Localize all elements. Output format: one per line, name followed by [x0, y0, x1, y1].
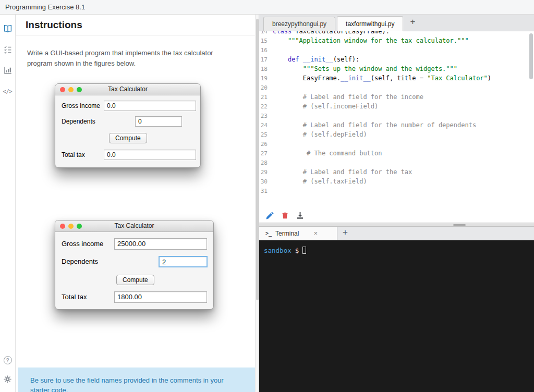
terminal-prompt-user: sandbox: [264, 247, 292, 254]
code-line: 17 def __init__(self):: [259, 55, 534, 64]
code-line: 21 # Label and field for the income: [259, 92, 534, 102]
gross-income-label: Gross income: [62, 101, 100, 111]
zoom-window-icon: [77, 224, 82, 229]
terminal[interactable]: sandbox$: [259, 240, 534, 392]
line-number: 26: [259, 140, 273, 149]
gross-income-field: 0.0: [104, 101, 196, 111]
total-tax-label: Total tax: [62, 150, 85, 160]
code-line: 18 """Sets up the window and the widgets…: [259, 64, 534, 74]
code-lines: 14class TaxCalculator(EasyFrame):15 """A…: [259, 31, 534, 195]
compute-button: Compute: [116, 275, 154, 285]
tab-taxformwithgui[interactable]: taxformwithgui.py: [337, 16, 403, 31]
edit-pencil-icon[interactable]: [266, 212, 274, 219]
line-number: 16: [259, 46, 273, 55]
code-line: 14class TaxCalculator(EasyFrame):: [259, 31, 534, 36]
code-line: 20: [259, 83, 534, 92]
new-terminal-button[interactable]: +: [337, 227, 353, 240]
note-callout: Be sure to use the field names provided …: [18, 368, 255, 392]
minimize-window-icon: [68, 224, 74, 229]
instructions-book-icon[interactable]: [0, 22, 16, 35]
line-number: 27: [259, 149, 273, 158]
dependents-field-focused: 2: [159, 256, 208, 267]
line-number: 30: [259, 177, 273, 187]
code-line: 15 """Application window for the tax cal…: [259, 36, 534, 45]
gross-income-label: Gross income: [62, 238, 103, 250]
minimize-window-icon: [68, 87, 74, 92]
line-number: 28: [259, 158, 273, 168]
code-line: 25 # (self.depField): [259, 130, 534, 139]
line-number: 23: [259, 112, 273, 121]
code-line: 31: [259, 186, 534, 195]
terminal-prompt-symbol: $: [295, 247, 299, 254]
exercise-title: Programming Exercise 8.1: [5, 3, 85, 11]
code-icon[interactable]: </>: [0, 84, 16, 98]
line-number: 31: [259, 187, 273, 196]
compute-button: Compute: [109, 133, 147, 143]
terminal-tab[interactable]: >_ Terminal ×: [259, 227, 337, 240]
resize-grip-icon[interactable]: [453, 224, 466, 226]
instructions-body-text: Write a GUI-based program that implement…: [27, 48, 228, 69]
code-line: 30 # (self.taxField): [259, 177, 534, 186]
tab-breezypythongui[interactable]: breezypythongui.py: [263, 17, 335, 31]
total-tax-label: Total tax: [62, 291, 87, 303]
instructions-scrollbar[interactable]: [255, 15, 259, 392]
terminal-prompt-icon: >_: [265, 230, 272, 236]
panel-resize-handle[interactable]: [259, 223, 534, 227]
code-line: 19 EasyFrame.__init__(self, title = "Tax…: [259, 74, 534, 83]
code-line: 29 # Label and field for the tax: [259, 167, 534, 177]
dependents-label: Dependents: [62, 116, 95, 127]
code-line: 28: [259, 158, 534, 167]
line-number: 24: [259, 121, 273, 130]
figure-tax-calculator-filled: Tax Calculator Gross income 25000.00 Dep…: [55, 220, 214, 310]
total-tax-field: 1800.00: [114, 291, 207, 303]
icon-rail: </> ?: [0, 15, 16, 392]
window-title-bar: Tax Calculator: [55, 84, 200, 95]
checklist-icon[interactable]: [0, 43, 16, 56]
code-line: 26: [259, 139, 534, 149]
instructions-heading: Instructions: [16, 15, 259, 35]
close-terminal-icon[interactable]: ×: [313, 229, 318, 237]
terminal-tab-label: Terminal: [275, 230, 299, 237]
editor-toolbar: [259, 209, 534, 223]
new-tab-button[interactable]: +: [405, 17, 420, 29]
dependents-field: 0: [135, 116, 182, 127]
line-number: 21: [259, 93, 273, 102]
code-line: 27 # The command button: [259, 149, 534, 158]
line-number: 25: [259, 130, 273, 140]
line-number: 17: [259, 55, 273, 65]
close-window-icon: [60, 224, 65, 229]
line-number: 18: [259, 65, 273, 74]
line-number: 20: [259, 83, 273, 93]
line-number: 19: [259, 74, 273, 83]
code-editor[interactable]: 14class TaxCalculator(EasyFrame):15 """A…: [259, 31, 534, 209]
editor-terminal-panel: breezypythongui.py taxformwithgui.py + 1…: [259, 15, 534, 392]
code-line: 24 # Label and field for the number of d…: [259, 120, 534, 130]
help-icon[interactable]: ?: [0, 353, 16, 367]
bar-chart-icon[interactable]: [0, 64, 16, 77]
exercise-header: Programming Exercise 8.1: [0, 0, 534, 15]
editor-tab-bar: breezypythongui.py taxformwithgui.py +: [259, 15, 534, 31]
line-number: 15: [259, 36, 273, 46]
code-line: 16: [259, 45, 534, 55]
figure-tax-calculator-initial: Tax Calculator Gross income 0.0 Dependen…: [55, 83, 201, 168]
terminal-tab-bar: >_ Terminal × +: [259, 227, 534, 240]
window-title-bar: Tax Calculator: [55, 220, 213, 232]
gross-income-field: 25000.00: [114, 238, 207, 250]
editor-scrollbar[interactable]: [529, 33, 533, 79]
tax-calculator-window: Tax Calculator Gross income 0.0 Dependen…: [55, 83, 201, 168]
code-line: 23: [259, 111, 534, 120]
terminal-cursor: [302, 247, 306, 254]
line-number: 29: [259, 168, 273, 177]
line-number: 22: [259, 102, 273, 112]
close-window-icon: [60, 87, 65, 92]
zoom-window-icon: [77, 87, 82, 92]
code-line: 22 # (self.incomeField): [259, 102, 534, 111]
total-tax-field: 0.0: [104, 150, 196, 160]
delete-trash-icon[interactable]: [282, 212, 288, 219]
note-text: Be sure to use the field names provided …: [30, 376, 224, 392]
download-icon[interactable]: [296, 212, 304, 219]
scrollbar-thumb[interactable]: [256, 19, 259, 300]
instructions-header: Instructions: [16, 15, 259, 35]
dependents-label: Dependents: [62, 256, 98, 267]
settings-gear-icon[interactable]: [0, 372, 16, 386]
